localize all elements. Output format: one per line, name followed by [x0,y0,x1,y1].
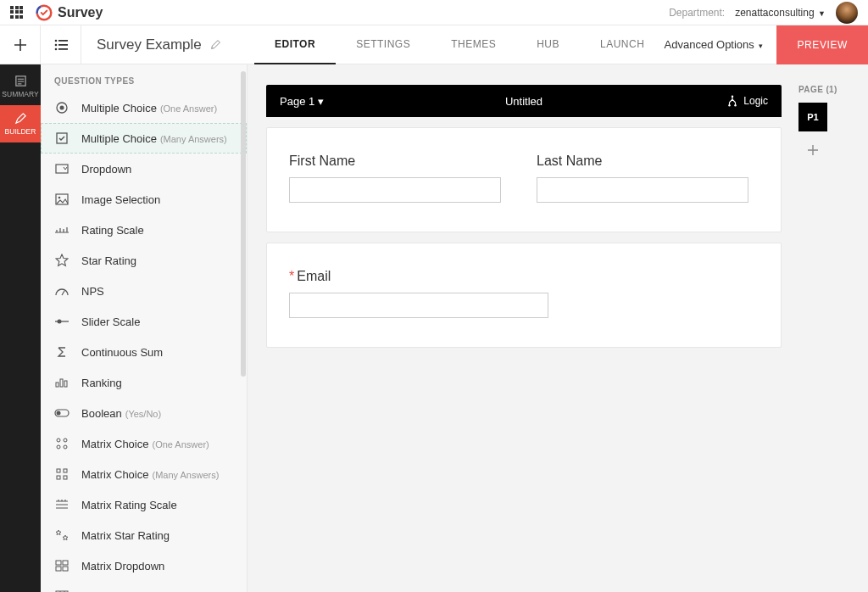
email-label: *Email [289,269,759,284]
svg-point-19 [58,320,62,324]
svg-rect-35 [56,567,61,571]
matrix-check-icon [54,466,70,482]
svg-point-24 [57,411,61,416]
product-name: Survey [58,5,103,20]
last-name-input[interactable] [537,177,748,203]
qtype-matrix-choice-many[interactable]: Matrix Choice(Many Answers) [41,459,247,489]
qtype-matrix-star[interactable]: Matrix Star Rating [41,520,247,550]
department-label: Department: [669,7,725,19]
svg-point-13 [60,106,64,110]
tab-launch[interactable]: LAUNCH [580,25,665,64]
svg-point-42 [732,96,733,98]
dropdown-icon [54,161,70,176]
logic-button[interactable]: Logic [726,95,768,107]
org-selector[interactable]: zenattaconsulting ▼ [735,7,826,19]
page-thumb-1[interactable]: P1 [798,103,827,131]
email-input[interactable] [289,293,548,318]
svg-rect-33 [56,561,61,565]
image-icon [54,192,70,207]
matrix-scale-icon [54,497,70,512]
tab-themes[interactable]: THEMES [431,25,516,64]
qtype-multiple-choice-one[interactable]: Multiple Choice(One Answer) [41,92,247,123]
left-rail: SUMMARY BUILDER [0,64,41,592]
qtype-matrix-grid[interactable]: Matrix Grid [41,581,247,592]
matrix-dropdown-icon [54,558,70,573]
page-title[interactable]: Untitled [505,95,542,108]
rail-builder[interactable]: BUILDER [0,105,41,142]
svg-point-28 [64,445,67,449]
qtype-ranking[interactable]: Ranking [41,367,247,398]
svg-point-26 [64,438,67,442]
tab-editor[interactable]: EDITOR [254,25,336,64]
summary-icon [14,75,27,87]
svg-rect-10 [17,81,24,82]
svg-point-2 [54,39,57,42]
advanced-options[interactable]: Advanced Options ▾ [651,38,777,51]
caret-down-icon: ▾ [318,95,324,108]
first-name-input[interactable] [289,177,501,203]
qtype-matrix-dropdown[interactable]: Matrix Dropdown [41,550,247,581]
page-header-bar: Page 1 ▾ Untitled Logic [266,85,782,117]
preview-button[interactable]: PREVIEW [776,25,868,64]
svg-rect-5 [58,44,68,46]
product-logo[interactable]: Survey [36,4,103,21]
first-name-label: First Name [289,154,511,169]
builder-canvas: Page 1 ▾ Untitled Logic First Name [248,64,868,592]
scrollbar[interactable] [241,71,246,377]
svg-rect-20 [56,383,58,387]
page-selector[interactable]: Page 1 ▾ [280,95,324,108]
svg-point-4 [54,43,57,46]
qtype-boolean[interactable]: Boolean(Yes/No) [41,398,247,428]
rail-summary[interactable]: SUMMARY [0,68,41,105]
list-icon [54,39,68,51]
svg-point-17 [58,197,61,199]
tab-settings[interactable]: SETTINGS [336,25,431,64]
sigma-icon [54,344,70,360]
svg-rect-29 [57,469,60,472]
question-card-name[interactable]: First Name Last Name [266,127,782,232]
qtype-multiple-choice-many[interactable]: Multiple Choice(Many Answers) [41,123,247,154]
scale-icon [54,222,70,237]
qtype-matrix-rating[interactable]: Matrix Rating Scale [41,489,247,520]
last-name-label: Last Name [537,154,759,169]
tab-hub[interactable]: HUB [516,25,580,64]
qtype-matrix-choice-one[interactable]: Matrix Choice(One Answer) [41,428,247,459]
ranking-icon [54,375,70,390]
apps-grid-icon[interactable] [10,6,24,20]
gauge-icon [54,283,70,299]
matrix-radio-icon [54,436,70,451]
builder-icon [14,112,27,125]
qtypes-heading: QUESTION TYPES [41,64,247,92]
toggle-icon [54,405,70,421]
qtype-continuous-sum[interactable]: Continuous Sum [41,337,247,367]
qtype-slider-scale[interactable]: Slider Scale [41,306,247,337]
user-avatar[interactable] [836,2,858,24]
svg-point-6 [54,47,57,50]
add-button[interactable] [0,25,41,64]
svg-rect-21 [60,379,63,387]
main-toolbar: Survey Example EDITOR SETTINGS THEMES HU… [0,25,868,64]
plus-icon [14,38,27,52]
pencil-icon[interactable] [210,39,221,50]
svg-rect-34 [63,561,68,565]
qtype-nps[interactable]: NPS [41,276,247,306]
qtype-dropdown[interactable]: Dropdown [41,154,247,184]
qtype-star-rating[interactable]: Star Rating [41,245,247,276]
svg-rect-22 [64,381,67,387]
survey-title[interactable]: Survey Example [81,25,236,64]
star-icon [54,253,70,268]
svg-point-27 [57,445,60,449]
svg-point-43 [729,104,731,106]
qtype-rating-scale[interactable]: Rating Scale [41,215,247,245]
outline-button[interactable] [41,25,81,64]
qtype-image-selection[interactable]: Image Selection [41,184,247,215]
checkbox-icon [54,131,70,146]
matrix-star-icon [54,528,70,543]
logic-icon [726,95,738,107]
add-page-button[interactable] [798,138,827,162]
question-card-email[interactable]: *Email [266,243,782,348]
svg-point-25 [57,438,60,442]
radio-icon [54,100,70,115]
svg-rect-7 [58,48,68,50]
slider-icon [54,314,70,329]
